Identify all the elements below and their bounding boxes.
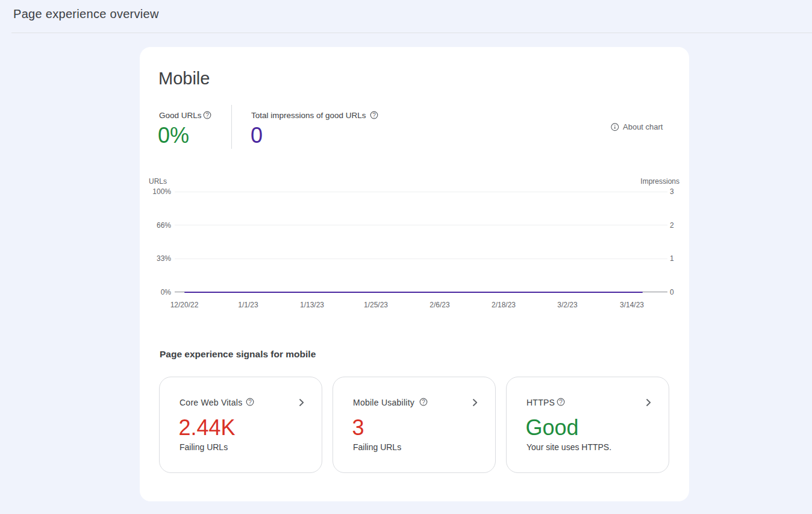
svg-text:?: ? [248,399,252,406]
svg-text:?: ? [205,112,209,119]
svg-text:?: ? [422,399,425,406]
svg-text:?: ? [372,112,376,119]
svg-text:?: ? [559,399,563,406]
